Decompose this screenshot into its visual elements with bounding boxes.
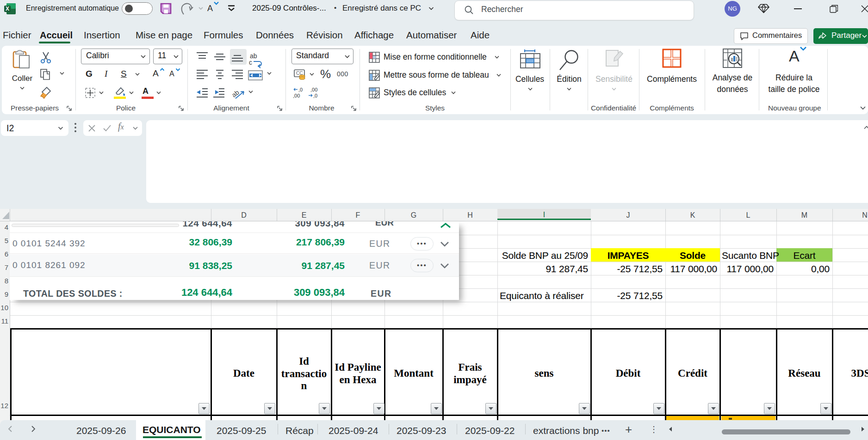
svg-text:,0: ,0 xyxy=(298,87,303,92)
svg-text:X: X xyxy=(6,6,9,12)
svg-text:ab: ab xyxy=(230,88,241,98)
svg-text:c: c xyxy=(249,59,252,66)
svg-text:,00: ,00 xyxy=(293,93,300,98)
svg-text:,00: ,00 xyxy=(310,87,317,92)
svg-text:,0: ,0 xyxy=(313,93,317,98)
